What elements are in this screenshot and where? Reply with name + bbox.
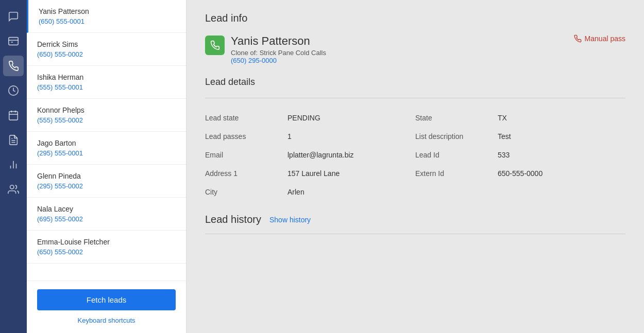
detail-label: Extern Id bbox=[415, 169, 498, 178]
detail-label: Lead passes bbox=[205, 132, 287, 141]
nav-sidebar bbox=[0, 0, 27, 333]
detail-label: Lead Id bbox=[415, 151, 498, 159]
keyboard-shortcuts-link[interactable]: Keyboard shortcuts bbox=[77, 317, 135, 324]
leads-panel: Yanis Patterson (650) 555-0001 Derrick S… bbox=[27, 0, 187, 333]
lead-history-title: Lead history bbox=[205, 214, 261, 225]
detail-label: City bbox=[205, 188, 287, 196]
history-icon[interactable] bbox=[3, 80, 24, 101]
lead-list-item[interactable]: Jago Barton (295) 555-0001 bbox=[27, 132, 186, 165]
detail-label: List description bbox=[415, 132, 498, 141]
lead-list-item[interactable]: Glenn Pineda (295) 555-0002 bbox=[27, 165, 186, 198]
lead-history-section: Lead history Show history bbox=[205, 214, 625, 234]
lead-list-item[interactable]: Nala Lacey (695) 555-0002 bbox=[27, 198, 186, 231]
lead-item-name: Emma-Louise Fletcher bbox=[37, 238, 176, 246]
lead-full-name: Yanis Patterson bbox=[231, 34, 326, 48]
lead-details-section: Lead details Lead state PENDING State TX… bbox=[205, 77, 625, 201]
svg-rect-2 bbox=[9, 112, 18, 120]
detail-row: Address 1 157 Laurel Lane Extern Id 650-… bbox=[205, 164, 625, 183]
lead-item-name: Ishika Herman bbox=[37, 73, 176, 81]
detail-label: Address 1 bbox=[205, 169, 287, 178]
detail-label: State bbox=[415, 114, 498, 122]
detail-label: Lead state bbox=[205, 114, 287, 122]
detail-value: lplatter@lagrunta.biz bbox=[287, 151, 354, 159]
lead-item-phone: (295) 555-0001 bbox=[37, 149, 176, 157]
detail-label: Email bbox=[205, 151, 287, 159]
lead-item-name: Jago Barton bbox=[37, 139, 176, 147]
users-icon[interactable] bbox=[3, 179, 24, 200]
lead-item-phone: (650) 555-0002 bbox=[37, 50, 176, 58]
detail-row: City Arlen bbox=[205, 183, 625, 201]
detail-row: Lead passes 1 List description Test bbox=[205, 127, 625, 146]
lead-item-name: Yanis Patterson bbox=[39, 7, 176, 15]
detail-value: 533 bbox=[498, 151, 510, 159]
history-divider bbox=[205, 234, 625, 234]
lead-list-item[interactable]: Derrick Sims (650) 555-0002 bbox=[27, 33, 186, 66]
lead-header: Yanis Patterson Clone of: Strick Pane Co… bbox=[205, 34, 625, 64]
lead-list-item[interactable]: Yanis Patterson (650) 555-0001 bbox=[27, 0, 186, 33]
detail-cell: List description Test bbox=[415, 127, 625, 146]
leads-list: Yanis Patterson (650) 555-0001 Derrick S… bbox=[27, 0, 186, 281]
lead-history-header: Lead history Show history bbox=[205, 214, 625, 225]
phone-nav-icon[interactable] bbox=[3, 56, 24, 76]
lead-item-phone: (295) 555-0002 bbox=[37, 182, 176, 190]
detail-row: Email lplatter@lagrunta.biz Lead Id 533 bbox=[205, 146, 625, 164]
svg-rect-0 bbox=[9, 38, 18, 45]
detail-cell: State TX bbox=[415, 109, 625, 127]
lead-list-item[interactable]: Ishika Herman (555) 555-0001 bbox=[27, 66, 186, 99]
fetch-leads-button[interactable]: Fetch leads bbox=[37, 289, 176, 310]
lead-main-info: Yanis Patterson Clone of: Strick Pane Co… bbox=[231, 34, 326, 64]
detail-value: Test bbox=[498, 132, 511, 141]
detail-value: Arlen bbox=[287, 188, 304, 196]
lead-avatar-icon bbox=[205, 36, 225, 55]
notes-icon[interactable] bbox=[3, 130, 24, 150]
lead-details-title: Lead details bbox=[205, 77, 625, 87]
manual-pass-button[interactable]: Manual pass bbox=[573, 34, 625, 43]
detail-value: 157 Laurel Lane bbox=[287, 169, 340, 178]
detail-value: TX bbox=[498, 114, 507, 122]
lead-item-phone: (695) 555-0002 bbox=[37, 215, 176, 223]
show-history-link[interactable]: Show history bbox=[269, 216, 311, 224]
clone-text: Clone of: Strick Pane Cold Calls bbox=[231, 49, 326, 57]
lead-item-phone: (555) 555-0002 bbox=[37, 116, 176, 124]
calendar-icon[interactable] bbox=[3, 105, 24, 126]
lead-item-phone: (555) 555-0001 bbox=[37, 83, 176, 91]
lead-item-name: Nala Lacey bbox=[37, 205, 176, 213]
lead-item-name: Konnor Phelps bbox=[37, 106, 176, 114]
detail-cell: Address 1 157 Laurel Lane bbox=[205, 164, 415, 183]
inbox-icon[interactable] bbox=[3, 31, 24, 51]
leads-footer: Fetch leads Keyboard shortcuts bbox=[27, 281, 186, 333]
detail-cell: City Arlen bbox=[205, 183, 625, 201]
lead-item-phone: (650) 555-0002 bbox=[37, 248, 176, 256]
clone-phone[interactable]: (650) 295-0000 bbox=[231, 57, 326, 64]
detail-cell: Lead passes 1 bbox=[205, 127, 415, 146]
detail-value: PENDING bbox=[287, 114, 320, 122]
page-title: Lead info bbox=[205, 12, 625, 24]
detail-cell: Lead Id 533 bbox=[415, 146, 625, 164]
detail-cell: Lead state PENDING bbox=[205, 109, 415, 127]
detail-row: Lead state PENDING State TX bbox=[205, 109, 625, 127]
details-divider bbox=[205, 98, 625, 98]
lead-item-name: Glenn Pineda bbox=[37, 172, 176, 180]
lead-item-phone: (650) 555-0001 bbox=[39, 17, 176, 25]
lead-header-left: Yanis Patterson Clone of: Strick Pane Co… bbox=[205, 34, 326, 64]
svg-point-11 bbox=[10, 185, 14, 189]
lead-item-name: Derrick Sims bbox=[37, 40, 176, 48]
detail-value: 1 bbox=[287, 132, 292, 141]
detail-cell: Extern Id 650-555-0000 bbox=[415, 164, 625, 183]
detail-value: 650-555-0000 bbox=[498, 169, 543, 178]
details-grid: Lead state PENDING State TX Lead passes … bbox=[205, 109, 625, 201]
lead-list-item[interactable]: Konnor Phelps (555) 555-0002 bbox=[27, 99, 186, 132]
chat-icon[interactable] bbox=[3, 6, 24, 27]
lead-list-item[interactable]: Emma-Louise Fletcher (650) 555-0002 bbox=[27, 231, 186, 264]
chart-icon[interactable] bbox=[3, 154, 24, 175]
main-content: Lead info Yanis Patterson Clone of: Stri… bbox=[187, 0, 644, 333]
detail-cell: Email lplatter@lagrunta.biz bbox=[205, 146, 415, 164]
manual-pass-label: Manual pass bbox=[585, 34, 625, 43]
